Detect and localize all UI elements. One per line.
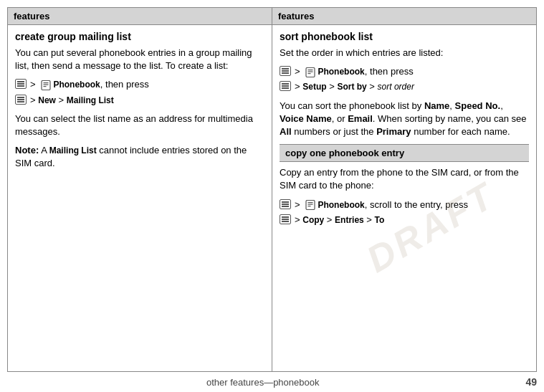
- svg-rect-7: [307, 73, 310, 74]
- left-step2: > New > Mailing List: [15, 94, 264, 107]
- menu-icon-left-1: [15, 79, 27, 89]
- left-step1-text: > Phonebook, then press: [30, 78, 149, 91]
- svg-rect-1: [43, 82, 48, 83]
- phonebook-label-3: Phonebook: [318, 200, 364, 210]
- left-step1: > Phonebook, then press: [15, 78, 264, 91]
- right-copy-step2: > Copy > Entries > To: [280, 214, 529, 226]
- right-section1-para2: You can sort the phonebook list by Name,…: [280, 100, 529, 139]
- footer: other features—phonebook 49: [0, 372, 544, 392]
- phonebook-label-2: Phonebook: [318, 67, 364, 77]
- svg-rect-8: [306, 201, 315, 210]
- svg-rect-10: [307, 204, 312, 205]
- sort-speed: Speed No.: [455, 100, 501, 111]
- note-mailing-list: A Mailing List cannot include entries st…: [15, 145, 247, 168]
- left-body: create group mailing list You can put se…: [8, 25, 272, 371]
- right-sort-step1: > Phonebook, then press: [280, 65, 529, 78]
- col-right: features sort phonebook list Set the ord…: [272, 8, 536, 371]
- right-copy-step1: > Phonebook, scroll to the entry, press: [280, 199, 529, 211]
- menu-icon-right-2: [280, 81, 292, 91]
- svg-rect-2: [43, 84, 48, 85]
- svg-rect-9: [307, 202, 312, 203]
- left-step2-text: > New > Mailing List: [30, 94, 114, 107]
- menu-icon-left-2: [15, 95, 27, 105]
- left-para1: You can put several phonebook entries in…: [15, 47, 264, 72]
- menu-icon-symbol-4: [280, 81, 291, 91]
- right-sort-step2-text: > Setup > Sort by > sort order: [295, 80, 414, 93]
- menu-icon-symbol-3: [280, 66, 291, 76]
- menu-icon-right-4: [280, 214, 292, 224]
- right-body: sort phonebook list Set the order in whi…: [272, 25, 536, 371]
- right-section2-para1: Copy an entry from the phone to the SIM …: [280, 166, 529, 192]
- right-sort-step2: > Setup > Sort by > sort order: [280, 80, 529, 93]
- right-copy-step1-text: > Phonebook, scroll to the entry, press: [295, 199, 468, 211]
- left-para2: You can select the list name as an addre…: [15, 113, 264, 138]
- menu-icon-symbol-2: [15, 95, 27, 105]
- right-section1-title: sort phonebook list: [280, 31, 529, 42]
- note-label: Note:: [15, 145, 39, 156]
- left-header: features: [8, 8, 272, 25]
- page: features create group mailing list You c…: [0, 0, 544, 392]
- menu-icon-symbol-5: [280, 199, 291, 209]
- phonebook-icon-2: [305, 67, 315, 77]
- right-header: features: [272, 8, 536, 25]
- sort-primary: Primary: [376, 126, 411, 137]
- sort-voice: Voice Name: [280, 113, 332, 124]
- menu-icon-symbol-1: [15, 79, 27, 89]
- svg-rect-4: [306, 67, 315, 77]
- phonebook-label-1: Phonebook: [53, 80, 100, 90]
- sort-name: Name: [424, 100, 449, 111]
- col-left: features create group mailing list You c…: [8, 8, 272, 371]
- phonebook-icon-3: [305, 200, 315, 210]
- footer-page: 49: [525, 376, 537, 388]
- sort-all: All: [280, 126, 292, 137]
- menu-icon-right-1: [280, 66, 292, 76]
- phonebook-icon-1: [41, 80, 51, 90]
- left-note: Note: A Mailing List cannot include entr…: [15, 144, 264, 170]
- section2-body: Copy an entry from the phone to the SIM …: [280, 162, 529, 226]
- right-copy-step2-text: > Copy > Entries > To: [295, 214, 384, 226]
- right-sort-step1-text: > Phonebook, then press: [295, 65, 414, 78]
- svg-rect-5: [307, 70, 312, 70]
- footer-text: other features—phonebook: [7, 377, 518, 388]
- svg-rect-3: [43, 86, 46, 87]
- menu-icon-symbol-6: [280, 214, 291, 224]
- svg-rect-0: [42, 80, 50, 90]
- svg-rect-6: [307, 71, 312, 72]
- menu-icon-right-3: [280, 199, 292, 209]
- main-table: features create group mailing list You c…: [7, 7, 537, 372]
- svg-rect-11: [307, 206, 310, 206]
- left-section-title: create group mailing list: [15, 31, 264, 42]
- right-section2-header: copy one phonebook entry: [280, 145, 529, 162]
- sort-email: Email: [348, 113, 373, 124]
- right-section1-para1: Set the order in which entries are liste…: [280, 47, 529, 59]
